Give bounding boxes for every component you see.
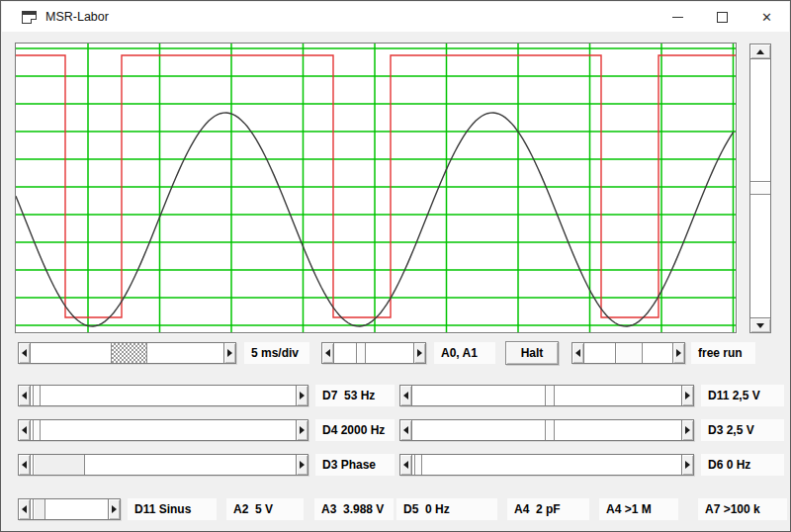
waveform-plot xyxy=(16,44,736,332)
right-arrow-icon xyxy=(112,505,117,513)
channel-label: A0, A1 xyxy=(434,342,495,364)
window-title: MSR-Labor xyxy=(45,2,109,32)
channel-scrollbar-thumb[interactable] xyxy=(356,343,366,363)
timebase-label: 5 ms/div xyxy=(244,342,309,364)
d5-readout-label: D5 0 Hz xyxy=(396,498,497,520)
scroll-left-button[interactable] xyxy=(399,385,412,406)
maximize-button[interactable] xyxy=(700,2,745,32)
waveform-select-scrollbar[interactable] xyxy=(18,498,121,520)
a4-resistance-label: A4 >1 M xyxy=(599,498,678,520)
right-arrow-icon xyxy=(685,461,690,469)
left-arrow-icon xyxy=(22,392,27,399)
left-arrow-icon xyxy=(22,349,27,357)
halt-button[interactable]: Halt xyxy=(505,341,559,365)
runmode-scrollbar[interactable] xyxy=(571,342,685,364)
d3-voltage-scrollbar[interactable] xyxy=(399,419,694,441)
scroll-down-button[interactable] xyxy=(749,317,771,333)
d6-frequency-scrollbar[interactable] xyxy=(399,454,694,476)
scroll-up-button[interactable] xyxy=(749,44,771,59)
left-arrow-icon xyxy=(403,461,408,469)
scroll-right-button[interactable] xyxy=(108,498,121,520)
runmode-label: free run xyxy=(691,342,755,364)
right-arrow-icon xyxy=(685,392,690,399)
scroll-right-button[interactable] xyxy=(672,342,685,364)
scroll-left-button[interactable] xyxy=(399,454,412,476)
d7-frequency-scrollbar[interactable] xyxy=(18,385,308,406)
vertical-scrollbar-thumb[interactable] xyxy=(750,181,770,195)
app-window: MSR-Labor ✕ 5 ms/div A0, A1 Halt xyxy=(0,0,791,532)
right-arrow-icon xyxy=(300,392,305,399)
scroll-left-button[interactable] xyxy=(321,342,334,364)
a2-readout-label: A2 5 V xyxy=(226,498,304,520)
waveform-type-label: D11 Sinus xyxy=(128,498,217,520)
timebase-scrollbar[interactable] xyxy=(18,342,236,364)
d3-phase-scrollbar-thumb[interactable] xyxy=(33,455,85,475)
scroll-left-button[interactable] xyxy=(18,385,31,406)
d4-frequency-label: D4 2000 Hz xyxy=(315,419,395,441)
left-arrow-icon xyxy=(403,426,408,434)
scroll-right-button[interactable] xyxy=(296,385,308,406)
scroll-left-button[interactable] xyxy=(18,454,31,476)
right-arrow-icon xyxy=(300,461,305,469)
right-arrow-icon xyxy=(685,426,690,434)
right-arrow-icon xyxy=(417,349,422,357)
d4-frequency-scrollbar[interactable] xyxy=(18,419,308,441)
scroll-left-button[interactable] xyxy=(571,342,584,364)
left-arrow-icon xyxy=(325,349,330,357)
down-arrow-icon xyxy=(756,323,764,328)
close-icon: ✕ xyxy=(761,11,772,24)
scroll-left-button[interactable] xyxy=(399,419,412,441)
d6-frequency-label: D6 0 Hz xyxy=(701,454,784,476)
d3-phase-label: D3 Phase xyxy=(315,454,395,476)
waveform-select-scrollbar-thumb[interactable] xyxy=(33,499,45,519)
d3-voltage-label: D3 2,5 V xyxy=(701,419,784,441)
runmode-scrollbar-thumb[interactable] xyxy=(615,343,643,363)
left-arrow-icon xyxy=(22,505,27,513)
scroll-right-button[interactable] xyxy=(296,419,308,441)
oscilloscope-display xyxy=(15,43,737,333)
scroll-right-button[interactable] xyxy=(681,454,694,476)
d7-frequency-label: D7 53 Hz xyxy=(315,385,395,406)
scroll-right-button[interactable] xyxy=(681,385,694,406)
scroll-right-button[interactable] xyxy=(681,419,694,441)
left-arrow-icon xyxy=(575,349,580,357)
d11-voltage-scrollbar[interactable] xyxy=(399,385,694,406)
scroll-left-button[interactable] xyxy=(18,498,31,520)
d11-voltage-label: D11 2,5 V xyxy=(701,385,784,406)
d3-voltage-scrollbar-thumb[interactable] xyxy=(545,420,555,440)
channel-scrollbar[interactable] xyxy=(321,342,426,364)
d11-voltage-scrollbar-thumb[interactable] xyxy=(545,386,555,405)
d6-frequency-scrollbar-thumb[interactable] xyxy=(414,455,422,475)
d3-phase-scrollbar[interactable] xyxy=(18,454,308,476)
right-arrow-icon xyxy=(227,349,232,357)
a7-resistance-label: A7 >100 k xyxy=(698,498,787,520)
right-arrow-icon xyxy=(676,349,681,357)
scroll-right-button[interactable] xyxy=(413,342,426,364)
scroll-left-button[interactable] xyxy=(18,342,31,364)
app-icon xyxy=(22,11,37,24)
vertical-scrollbar[interactable] xyxy=(749,44,771,333)
close-button[interactable]: ✕ xyxy=(745,2,789,32)
left-arrow-icon xyxy=(22,461,27,469)
minimize-button[interactable] xyxy=(656,2,700,32)
d4-frequency-scrollbar-thumb[interactable] xyxy=(33,420,41,440)
d7-frequency-scrollbar-thumb[interactable] xyxy=(33,386,41,405)
scroll-left-button[interactable] xyxy=(18,419,31,441)
minimize-icon xyxy=(672,17,683,18)
scroll-right-button[interactable] xyxy=(296,454,308,476)
up-arrow-icon xyxy=(756,49,764,54)
maximize-icon xyxy=(717,12,728,23)
a3-readout-label: A3 3.988 V xyxy=(314,498,394,520)
timebase-scrollbar-thumb[interactable] xyxy=(111,343,147,363)
right-arrow-icon xyxy=(300,426,305,434)
left-arrow-icon xyxy=(403,392,408,399)
a4-capacitance-label: A4 2 pF xyxy=(507,498,589,520)
scroll-right-button[interactable] xyxy=(223,342,236,364)
title-bar: MSR-Labor ✕ xyxy=(2,2,789,32)
left-arrow-icon xyxy=(22,426,27,434)
